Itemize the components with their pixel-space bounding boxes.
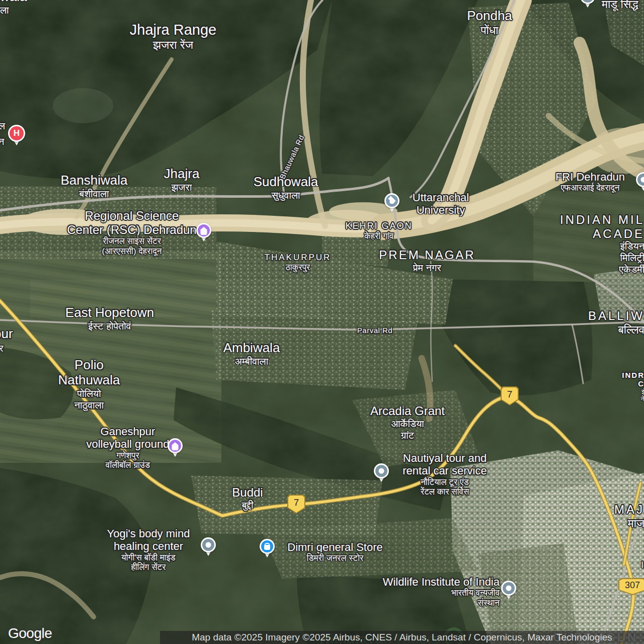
google-maps-satellite-view[interactable]: walaलाJhajra Rangeझजरा रेंजPondhaपोंधामा… — [0, 0, 644, 644]
hospital-pin[interactable]: H — [8, 125, 25, 142]
label-line: INDIAN MIL — [560, 213, 644, 227]
label-line: Uttaranchal — [413, 191, 469, 204]
label-line: ग्रांट — [370, 430, 445, 441]
label-line: I — [641, 560, 644, 571]
label-line: Polio — [58, 358, 120, 373]
poi-icon — [503, 582, 515, 594]
label-indian-military-academy[interactable]: INDIAN MILACADEइंडियनमिलिट्रीएकेडर्मी — [560, 213, 644, 275]
label-pondha[interactable]: Pondhaपोंधा — [467, 9, 512, 37]
label-thakurpur[interactable]: THAKURPURठाकुरपुर — [265, 253, 332, 272]
label-polio-nathuwala[interactable]: PolioNathuwalaपोलियोनाठुवाला — [58, 358, 120, 411]
label-jhajra[interactable]: Jhajraझजरा — [164, 167, 200, 193]
label-line: संस्थान — [383, 598, 500, 608]
regional-science-center-pin[interactable] — [196, 223, 211, 238]
label-line: केहरी गांव — [345, 231, 412, 242]
label-line: ल — [0, 120, 5, 132]
label-fragment-ra: र — [0, 343, 4, 354]
uttaranchal-university-pin[interactable] — [384, 193, 399, 208]
label-uttaranchal-university[interactable]: UttaranchalUniversity — [413, 191, 469, 217]
label-line: THAKURPUR — [265, 253, 332, 263]
label-line: Ganeshpur — [86, 425, 169, 438]
attribution-bar[interactable]: Map data ©2025 Imagery ©2025 Airbus, CNE… — [160, 631, 644, 644]
label-line: (आरएससी) देहरादून — [67, 247, 196, 257]
label-fri-dehradun[interactable]: FRI Dehradunएफआरआई देहरादून — [555, 171, 625, 193]
label-line: volleyball ground — [86, 438, 169, 450]
label-dimri-general-store[interactable]: Dimri general Storeडिमरी जनरल स्टोर — [287, 541, 383, 564]
label-line: झजरा — [164, 181, 200, 193]
label-yogis-healing-center[interactable]: Yogi's body mindhealing centerयोगी'स बॉड… — [107, 527, 190, 573]
label-ambiwala[interactable]: Ambiwalaअम्बीवाला — [223, 341, 280, 367]
label-line: इंडियन — [560, 240, 644, 252]
label-line: मिलिट्री — [560, 252, 644, 264]
google-logo[interactable]: Google — [8, 625, 52, 641]
label-line: Buddi — [232, 486, 263, 500]
label-line: डिमरी जनरल स्टोर — [287, 553, 383, 564]
label-banshiwala[interactable]: Banshiwalaबंशीवाला — [61, 173, 128, 200]
label-wildlife-institute[interactable]: Wildlife Institute of Indiaभारतीय वन्यजी… — [383, 576, 500, 608]
label-line: Arcadia Grant — [370, 404, 445, 418]
pin-letter: H — [14, 128, 20, 138]
route-badge-label: 7 — [288, 496, 304, 513]
label-line: योगी'स बॉडी माइंड — [107, 553, 190, 563]
label-line: wala — [0, 0, 27, 4]
label-fragment-top-left: walaला — [0, 0, 27, 16]
label-regional-science-center[interactable]: Regional ScienceCenter (RSC) Dehradunरीज… — [67, 209, 196, 256]
label-line: University — [413, 204, 469, 216]
nautiyal-tour-pin[interactable] — [374, 463, 389, 478]
label-line: Dimri general Store — [287, 541, 383, 553]
ganeshpur-ground-pin[interactable] — [168, 438, 183, 453]
fri-edge-pin[interactable] — [636, 172, 644, 187]
label-line: बुद्दी — [232, 499, 263, 511]
mandu-siddh-pin[interactable] — [580, 0, 595, 4]
label-line: Parval Rd — [357, 326, 392, 335]
label-fragment-left-2: न — [0, 136, 4, 147]
label-line: भारतीय वन्यजीव — [383, 588, 500, 598]
label-parval-rd[interactable]: Parval Rd — [357, 326, 392, 335]
dimri-store-pin[interactable] — [260, 539, 275, 554]
label-line: FRI Dehradun — [555, 171, 625, 183]
label-buddi[interactable]: Buddiबुद्दी — [232, 486, 263, 511]
label-line: KEHRI GAON — [345, 221, 412, 231]
label-line: Nathuwala — [58, 373, 120, 388]
label-line: एफआरआई देहरादून — [555, 183, 625, 193]
hospital-icon: H — [10, 126, 24, 140]
label-line: Jhajra Range — [130, 22, 217, 38]
label-arcadia-grant[interactable]: Arcadia Grantआर्केडियाग्रांट — [370, 404, 445, 441]
label-line: प्रेम नगर — [379, 262, 475, 273]
label-line: Yogi's body mind — [107, 527, 190, 540]
wildlife-institute-pin[interactable] — [501, 581, 516, 596]
label-line: गणेशपुर — [86, 451, 169, 461]
label-kehri-gaon[interactable]: KEHRI GAONकेहरी गांव — [345, 221, 412, 241]
label-line: वॉलीबॉल ग्राउंड — [86, 460, 169, 470]
label-line: rental car service — [403, 464, 487, 477]
label-line: Nautiyal tour and — [403, 452, 487, 464]
label-line: बल्लिव — [588, 323, 644, 336]
label-line: झजरा रेंज — [130, 38, 217, 51]
label-jhajra-range[interactable]: Jhajra Rangeझजरा रेंज — [130, 22, 217, 52]
label-line: BALLIW — [588, 309, 644, 323]
label-sudhowala[interactable]: Sudhowalaसुधुवाला — [254, 175, 318, 201]
label-line: Sudhowala — [254, 175, 318, 190]
label-mandu-siddh[interactable]: माडू सिद्ध — [602, 0, 638, 11]
label-line: ईस्ट होपेतोवं — [65, 320, 154, 332]
label-line: ने — [622, 395, 644, 403]
label-nautiyal-tour[interactable]: Nautiyal tour andrental car serviceनौटिय… — [403, 452, 487, 497]
label-line: अम्बीवाला — [223, 355, 280, 367]
label-line: न — [0, 136, 4, 147]
label-line: MAJ — [614, 503, 644, 517]
label-majra[interactable]: MAJमाज — [614, 503, 644, 530]
label-ganeshpur-volleyball-ground[interactable]: Ganeshpurvolleyball groundगणेशपुरवॉलीबॉल… — [86, 425, 169, 470]
label-balliwala[interactable]: BALLIWबल्लिव — [588, 309, 644, 336]
label-east-hopetown[interactable]: East Hopetownईस्ट होपेतोवं — [65, 305, 154, 332]
label-line: Center (RSC) Dehradun — [67, 222, 196, 236]
label-line: पोलियो — [58, 388, 120, 399]
label-prem-nagar[interactable]: PREM NAGARप्रेम नगर — [379, 248, 475, 274]
museum-icon — [169, 440, 181, 452]
label-line: Regional Science — [67, 209, 196, 223]
label-indr-fragment: INDRCइंने — [622, 371, 644, 403]
label-line: Jhajra — [164, 167, 200, 182]
poi-icon — [202, 539, 214, 551]
yogis-center-pin[interactable] — [201, 537, 216, 552]
poi-icon — [375, 465, 387, 477]
attribution-text[interactable]: Map data ©2025 Imagery ©2025 Airbus, CNE… — [192, 632, 612, 643]
